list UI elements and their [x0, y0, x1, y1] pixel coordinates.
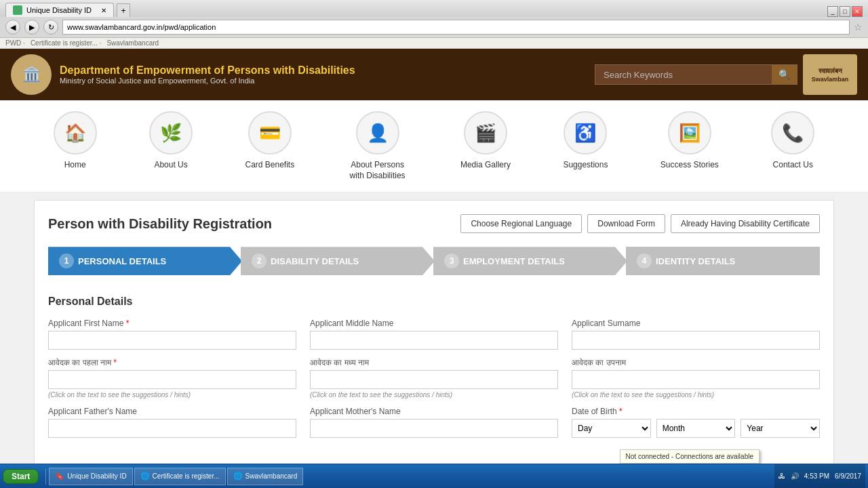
first-name-label: Applicant First Name	[48, 319, 296, 328]
minimize-button[interactable]: _	[827, 6, 838, 17]
nav-success-label: Success Stories	[660, 160, 719, 171]
nav-suggestions[interactable]: ♿ Suggestions	[563, 111, 608, 171]
step-indicator: 1 PERSONAL DETAILS 2 DISABILITY DETAILS …	[48, 247, 820, 275]
new-tab-button[interactable]: +	[117, 3, 130, 17]
step-4-label: IDENTITY DETAILS	[656, 256, 735, 266]
nav-suggestions-label: Suggestions	[563, 160, 608, 171]
taskbar-right: 🖧 🔊 4:53 PM 6/9/2017	[774, 464, 865, 474]
step-2[interactable]: 2 DISABILITY DETAILS	[241, 247, 435, 275]
browser-chrome: Unique Disability ID ✕ + _ □ ✕	[0, 0, 868, 17]
back-button[interactable]: ◀	[5, 20, 20, 35]
middle-name-hint: (Click on the text to see the suggestion…	[310, 391, 558, 399]
surname-hindi-label: आवेदक का उपनाम	[572, 358, 820, 367]
first-name-hindi-label: आवेदक का पहला नाम	[48, 358, 296, 367]
home-icon: 🏠	[54, 111, 97, 155]
first-name-input[interactable]	[48, 331, 296, 350]
nav-contact[interactable]: 📞 Contact Us	[771, 111, 814, 171]
nav-about[interactable]: 🌿 About Us	[149, 111, 193, 171]
dob-label: Date of Birth	[572, 407, 820, 416]
mother-name-group: Applicant Mother's Name	[310, 407, 558, 438]
main-content: Person with Disability Registration Choo…	[34, 200, 834, 467]
maximize-button[interactable]: □	[840, 6, 850, 17]
first-name-group: Applicant First Name	[48, 319, 296, 350]
taskbar-item-1[interactable]: 🔖 Unique Disability ID	[49, 468, 132, 474]
download-form-button[interactable]: Download Form	[587, 214, 665, 233]
action-buttons: Choose Regional Language Download Form A…	[460, 214, 820, 233]
search-container: 🔍	[595, 64, 797, 85]
step-4[interactable]: 4 IDENTITY DETAILS	[626, 247, 820, 275]
site-header: 🏛️ Department of Empowerment of Persons …	[0, 49, 868, 100]
name-row: Applicant First Name Applicant Middle Na…	[48, 319, 820, 350]
surname-input[interactable]	[572, 331, 820, 350]
header-logo-area: 🏛️ Department of Empowerment of Persons …	[11, 54, 355, 95]
mother-name-label: Applicant Mother's Name	[310, 407, 558, 416]
taskbar-item-3[interactable]: 🌐 Swavlambancard	[227, 468, 304, 474]
nav-pwd[interactable]: 👤 About Persons with Disabilities	[347, 111, 408, 181]
father-name-label: Applicant Father's Name	[48, 407, 296, 416]
header-title: Department of Empowerment of Persons wit…	[60, 64, 355, 85]
step-1[interactable]: 1 PERSONAL DETAILS	[48, 247, 242, 275]
ministry-title: Department of Empowerment of Persons wit…	[60, 64, 355, 77]
page-title: Person with Disability Registration	[48, 216, 272, 232]
swavlamban-logo: स्वावलंबनSwavlamban	[803, 54, 857, 95]
middle-name-label: Applicant Middle Name	[310, 319, 558, 328]
browser-tab[interactable]: Unique Disability ID ✕	[5, 3, 114, 17]
pwd-icon: 👤	[356, 111, 399, 155]
reload-button[interactable]: ↻	[43, 20, 58, 35]
middle-name-input[interactable]	[310, 331, 558, 350]
middle-name-hindi-label: आवेदक का मध्य नाम	[310, 358, 558, 367]
search-input[interactable]	[595, 66, 772, 84]
surname-label: Applicant Surname	[572, 319, 820, 328]
ministry-subtitle: Ministry of Social Justice and Empowerme…	[60, 77, 355, 85]
step-3-number: 3	[444, 253, 459, 268]
info-bar: PWD · Certificate is register... · Swavl…	[0, 38, 868, 49]
father-name-group: Applicant Father's Name	[48, 407, 296, 438]
surname-group: Applicant Surname	[572, 319, 820, 350]
start-button[interactable]: Start	[3, 469, 39, 474]
form-section: Personal Details Applicant First Name Ap…	[48, 289, 820, 453]
nav-media-label: Media Gallery	[460, 160, 511, 171]
disability-certificate-button[interactable]: Already Having Disability Certificate	[671, 214, 820, 233]
step-2-number: 2	[252, 253, 267, 268]
date-row: Day Month Year	[572, 419, 820, 438]
nav-card-benefits[interactable]: 💳 Card Benefits	[245, 111, 294, 171]
mother-name-input[interactable]	[310, 419, 558, 438]
step-1-label: PERSONAL DETAILS	[78, 256, 166, 266]
notification-tooltip: Not connected - Connections are availabl…	[620, 449, 760, 464]
nav-home-label: Home	[64, 160, 86, 171]
forward-button[interactable]: ▶	[24, 20, 39, 35]
surname-hindi-input[interactable]	[572, 370, 820, 389]
media-icon: 🎬	[464, 111, 507, 155]
nav-home[interactable]: 🏠 Home	[54, 111, 97, 171]
surname-hindi-group: आवेदक का उपनाम (Click on the text to see…	[572, 358, 820, 399]
nav-media[interactable]: 🎬 Media Gallery	[460, 111, 511, 171]
surname-hint: (Click on the text to see the suggestion…	[572, 391, 820, 399]
volume-icon: 🔊	[791, 472, 799, 474]
card-icon: 💳	[248, 111, 292, 155]
nav-card-label: Card Benefits	[245, 160, 294, 171]
step-4-number: 4	[637, 253, 652, 268]
nav-pwd-label: About Persons with Disabilities	[347, 160, 408, 181]
taskbar-item-2[interactable]: 🌐 Certificate is register...	[134, 468, 226, 474]
bookmark-icon[interactable]: ☆	[854, 22, 863, 33]
father-name-input[interactable]	[48, 419, 296, 438]
taskbar-divider	[45, 468, 46, 474]
middle-name-hindi-input[interactable]	[310, 370, 558, 389]
taskbar-date: 6/9/2017	[835, 472, 861, 474]
search-button[interactable]: 🔍	[772, 65, 797, 84]
day-select[interactable]: Day	[572, 419, 651, 438]
address-bar[interactable]	[62, 20, 850, 35]
step-3-label: EMPLOYMENT DETAILS	[463, 256, 565, 266]
middle-name-hindi-group: आवेदक का मध्य नाम (Click on the text to …	[310, 358, 558, 399]
parents-row: Applicant Father's Name Applicant Mother…	[48, 407, 820, 438]
tab-close[interactable]: ✕	[101, 7, 106, 14]
close-button[interactable]: ✕	[852, 6, 863, 17]
choose-language-button[interactable]: Choose Regional Language	[460, 214, 582, 233]
first-name-hindi-input[interactable]	[48, 370, 296, 389]
nav-success[interactable]: 🖼️ Success Stories	[660, 111, 719, 171]
taskbar-time: 4:53 PM	[804, 472, 829, 474]
month-select[interactable]: Month	[656, 419, 736, 438]
year-select[interactable]: Year	[741, 419, 820, 438]
first-name-hint: (Click on the text to see the suggestion…	[48, 391, 296, 399]
step-3[interactable]: 3 EMPLOYMENT DETAILS	[433, 247, 627, 275]
